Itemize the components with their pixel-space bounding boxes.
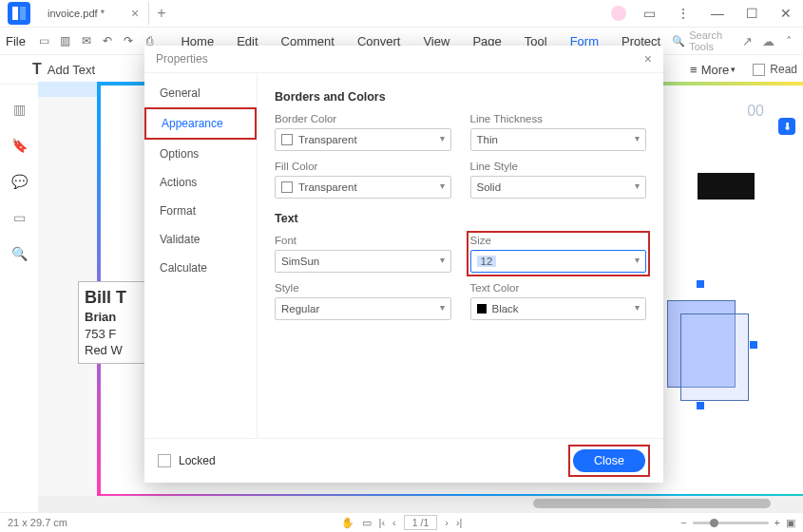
read-checkbox[interactable] bbox=[753, 64, 765, 76]
last-page-icon[interactable]: ›| bbox=[456, 517, 463, 528]
read-toggle[interactable]: Read bbox=[753, 63, 797, 76]
close-tab-icon[interactable]: × bbox=[131, 6, 139, 21]
download-icon[interactable]: ⬇ bbox=[778, 118, 795, 135]
page-dimensions: 21 x 29.7 cm bbox=[8, 517, 67, 528]
undo-icon[interactable]: ↶ bbox=[100, 31, 115, 50]
save-icon[interactable]: ▥ bbox=[57, 31, 72, 50]
horizontal-scrollbar[interactable] bbox=[38, 496, 803, 513]
font-combo[interactable]: SimSun▾ bbox=[275, 250, 451, 273]
hamburger-icon: ≡ bbox=[690, 63, 698, 77]
selected-form-field[interactable] bbox=[667, 283, 755, 407]
bookmark-icon[interactable]: 🔖 bbox=[10, 137, 28, 154]
zoom-in-icon[interactable]: + bbox=[774, 517, 780, 528]
new-tab-button[interactable]: + bbox=[157, 5, 165, 22]
read-label: Read bbox=[770, 63, 797, 76]
comment-icon[interactable]: 💬 bbox=[10, 173, 28, 190]
avatar[interactable] bbox=[611, 6, 626, 21]
fit-page-icon[interactable]: ▣ bbox=[786, 517, 795, 529]
panel-close-icon[interactable]: × bbox=[644, 51, 652, 66]
prev-page-icon[interactable]: ‹ bbox=[392, 517, 396, 528]
search-placeholder: Search Tools bbox=[689, 29, 735, 52]
redo-icon[interactable]: ↷ bbox=[121, 31, 136, 50]
next-page-icon[interactable]: › bbox=[445, 517, 449, 528]
locked-checkbox[interactable] bbox=[158, 454, 171, 467]
panel-title: Properties bbox=[156, 52, 208, 66]
status-bar: 21 x 29.7 cm ✋ ▭ |‹ ‹ 1 /1 › ›| − + ▣ bbox=[0, 512, 803, 532]
search-tools[interactable]: 🔍 Search Tools bbox=[672, 29, 735, 52]
label-size: Size bbox=[470, 235, 647, 246]
panel-tabs: General Appearance Options Actions Forma… bbox=[144, 73, 258, 438]
line-thickness-combo[interactable]: Thin▾ bbox=[470, 128, 647, 151]
add-text-label: Add Text bbox=[48, 63, 95, 77]
locked-label: Locked bbox=[179, 454, 216, 467]
style-combo[interactable]: Regular▾ bbox=[275, 297, 451, 320]
thumbnails-icon[interactable]: ▥ bbox=[10, 101, 28, 118]
label-line-thickness: Line Thickness bbox=[470, 113, 647, 124]
label-fill-color: Fill Color bbox=[275, 161, 451, 172]
bill-addr1: 753 F bbox=[85, 326, 149, 343]
bill-title: Bill T bbox=[85, 286, 149, 309]
attachment-icon[interactable]: ▭ bbox=[10, 209, 28, 226]
close-button[interactable]: Close bbox=[573, 449, 645, 472]
search-sidebar-icon[interactable]: 🔍 bbox=[10, 245, 28, 262]
tab-general[interactable]: General bbox=[144, 79, 257, 107]
notification-icon[interactable]: ▭ bbox=[632, 6, 666, 21]
label-line-style: Line Style bbox=[470, 161, 647, 172]
label-border-color: Border Color bbox=[275, 113, 451, 124]
chevron-up-icon[interactable]: ˄ bbox=[780, 34, 797, 48]
search-icon: 🔍 bbox=[672, 35, 685, 48]
tab-appearance[interactable]: Appearance bbox=[144, 107, 257, 140]
section-borders: Borders and Colors bbox=[275, 90, 646, 104]
bill-addr2: Red W bbox=[85, 342, 149, 359]
tab-actions[interactable]: Actions bbox=[144, 168, 257, 197]
section-text: Text bbox=[275, 212, 646, 225]
document-tab-label: invoice.pdf * bbox=[48, 8, 105, 19]
cloud-icon[interactable]: ☁ bbox=[759, 34, 776, 48]
app-logo bbox=[8, 2, 30, 25]
zoom-out-icon[interactable]: − bbox=[680, 517, 686, 528]
tab-format[interactable]: Format bbox=[144, 197, 257, 225]
fill-color-combo[interactable]: Transparent▾ bbox=[275, 176, 451, 199]
maximize-icon[interactable]: ☐ bbox=[735, 6, 769, 21]
page-number: 00 bbox=[747, 103, 764, 120]
label-font: Font bbox=[275, 235, 451, 246]
chevron-down-icon: ▾ bbox=[731, 65, 736, 74]
open-icon[interactable]: ▭ bbox=[36, 31, 51, 50]
text-icon: T bbox=[32, 61, 42, 78]
document-tab[interactable]: invoice.pdf * × bbox=[38, 2, 149, 25]
minimize-icon[interactable]: — bbox=[700, 6, 735, 21]
kebab-menu-icon[interactable]: ⋮ bbox=[666, 6, 700, 21]
text-color-combo[interactable]: Black▾ bbox=[470, 297, 647, 320]
tab-calculate[interactable]: Calculate bbox=[144, 254, 257, 282]
more-label: More bbox=[701, 63, 730, 77]
share-icon[interactable]: ↗ bbox=[738, 34, 755, 48]
select-tool-icon[interactable]: ▭ bbox=[362, 517, 372, 529]
zoom-slider[interactable] bbox=[693, 522, 769, 524]
left-sidebar: ▥ 🔖 💬 ▭ 🔍 bbox=[0, 82, 39, 513]
hand-tool-icon[interactable]: ✋ bbox=[341, 517, 354, 529]
size-combo[interactable]: 12▾ bbox=[470, 250, 647, 273]
label-text-color: Text Color bbox=[470, 282, 647, 294]
line-style-combo[interactable]: Solid▾ bbox=[470, 176, 647, 199]
menu-file[interactable]: File bbox=[6, 34, 26, 48]
first-page-icon[interactable]: |‹ bbox=[379, 517, 386, 528]
mail-icon[interactable]: ✉ bbox=[78, 31, 93, 50]
properties-panel: Properties × General Appearance Options … bbox=[144, 46, 663, 483]
tab-options[interactable]: Options bbox=[144, 140, 257, 168]
tab-validate[interactable]: Validate bbox=[144, 225, 257, 254]
window-close-icon[interactable]: ✕ bbox=[769, 6, 803, 21]
black-rect bbox=[698, 173, 755, 200]
more-button[interactable]: ≡ More ▾ bbox=[690, 63, 736, 77]
page-indicator[interactable]: 1 /1 bbox=[404, 515, 438, 530]
add-text-button[interactable]: T Add Text bbox=[32, 61, 95, 78]
border-color-combo[interactable]: Transparent▾ bbox=[275, 128, 451, 151]
bill-name: Brian bbox=[85, 309, 149, 326]
label-style: Style bbox=[275, 282, 451, 294]
